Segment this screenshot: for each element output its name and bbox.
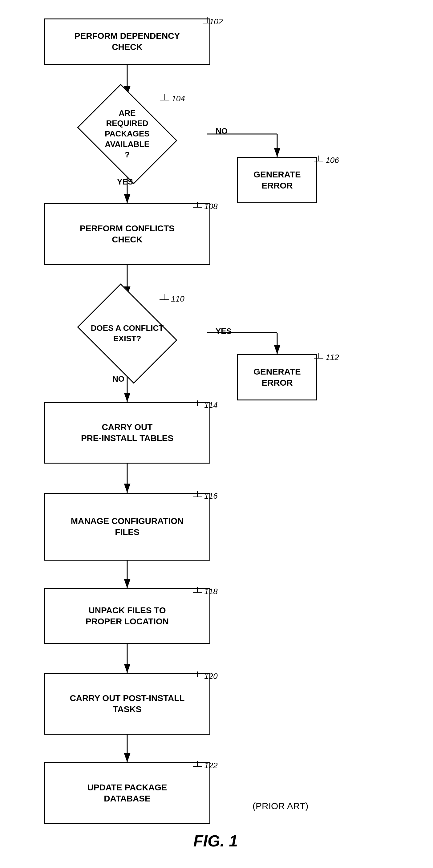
node-108-label: PERFORM CONFLICTS CHECK <box>80 223 175 246</box>
ref-112: 112 <box>314 353 339 362</box>
node-112-label: GENERATE ERROR <box>253 366 301 389</box>
node-120: CARRY OUT POST-INSTALL TASKS <box>44 673 210 735</box>
ref-114: 114 <box>193 400 218 410</box>
ref-tick-102 <box>203 17 212 26</box>
ref-110: 110 <box>159 294 184 304</box>
arrow-label-no-104: NO <box>216 126 227 136</box>
ref-tick-110 <box>159 294 169 302</box>
node-106: GENERATE ERROR <box>237 157 317 203</box>
ref-tick-122 <box>193 761 202 769</box>
node-122-label: UPDATE PACKAGE DATABASE <box>88 782 167 805</box>
node-106-label: GENERATE ERROR <box>253 169 301 192</box>
node-110: DOES A CONFLICTEXIST? <box>87 296 167 371</box>
node-102-label: PERFORM DEPENDENCY CHECK <box>74 30 180 53</box>
node-102: PERFORM DEPENDENCY CHECK <box>44 19 210 65</box>
node-116: MANAGE CONFIGURATION FILES <box>44 493 210 561</box>
node-108: PERFORM CONFLICTS CHECK <box>44 203 210 265</box>
ref-tick-104 <box>160 94 169 103</box>
arrow-label-yes-110: YES <box>216 327 231 336</box>
prior-art-label: (PRIOR ART) <box>252 801 308 811</box>
ref-118: 118 <box>193 587 218 596</box>
ref-122: 122 <box>193 761 218 770</box>
node-114-label: CARRY OUT PRE-INSTALL TABLES <box>81 422 174 444</box>
ref-tick-108 <box>193 202 202 210</box>
ref-120: 120 <box>193 672 218 681</box>
node-114: CARRY OUT PRE-INSTALL TABLES <box>44 402 210 464</box>
ref-tick-116 <box>193 491 202 499</box>
ref-108: 108 <box>193 202 218 211</box>
flowchart-diagram: PERFORM DEPENDENCY CHECK 102 AREREQUIRED… <box>0 0 433 868</box>
arrow-label-no-110: NO <box>113 374 124 384</box>
node-112: GENERATE ERROR <box>237 354 317 400</box>
ref-tick-106 <box>314 156 323 163</box>
node-122: UPDATE PACKAGE DATABASE <box>44 762 210 824</box>
node-120-label: CARRY OUT POST-INSTALL TASKS <box>70 693 185 715</box>
figure-caption: FIG. 1 <box>154 832 277 850</box>
ref-tick-112 <box>314 353 323 361</box>
ref-106: 106 <box>314 156 339 165</box>
node-118-label: UNPACK FILES TO PROPER LOCATION <box>86 605 169 627</box>
ref-tick-120 <box>193 672 202 679</box>
node-116-label: MANAGE CONFIGURATION FILES <box>71 516 184 538</box>
ref-tick-118 <box>193 587 202 594</box>
ref-tick-114 <box>193 400 202 408</box>
node-110-label: DOES A CONFLICTEXIST? <box>88 320 166 347</box>
node-104: AREREQUIRED PACKAGESAVAILABLE? <box>87 95 167 173</box>
ref-104: 104 <box>160 94 185 103</box>
node-118: UNPACK FILES TO PROPER LOCATION <box>44 588 210 644</box>
node-104-label: AREREQUIRED PACKAGESAVAILABLE? <box>87 105 167 163</box>
arrow-label-yes-104: YES <box>117 177 133 187</box>
ref-116: 116 <box>193 491 218 501</box>
